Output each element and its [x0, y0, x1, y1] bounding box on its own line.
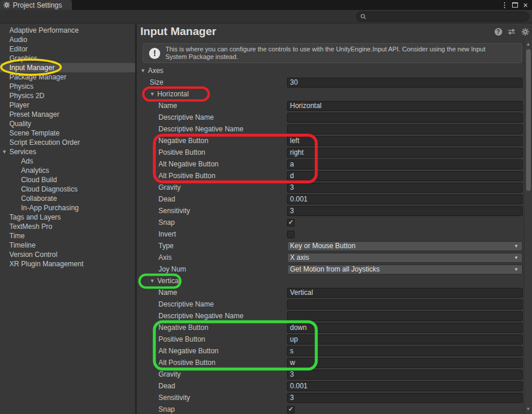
text-field-horizontal-name[interactable]: Horizontal	[287, 101, 523, 111]
setting-label: Name	[158, 288, 287, 297]
vertical-scrollbar[interactable]: ▲ ▼	[524, 39, 532, 414]
sidebar-item-physics-2d[interactable]: Physics 2D	[0, 91, 135, 100]
gear-icon[interactable]	[521, 27, 529, 36]
text-field-horizontal-descriptive-name[interactable]	[287, 113, 523, 123]
sidebar-item-timeline[interactable]: Timeline	[0, 241, 135, 250]
text-field-vertical-positive-button[interactable]: up	[287, 335, 523, 345]
maximize-icon[interactable]	[512, 2, 518, 8]
sidebar-item-xr-plugin-management[interactable]: XR Plugin Management	[0, 259, 135, 269]
sidebar-item-audio[interactable]: Audio	[0, 35, 135, 44]
setting-label: Dead	[158, 195, 287, 203]
preset-icon[interactable]	[507, 27, 516, 36]
sidebar-item-analytics[interactable]: Analytics	[0, 166, 135, 175]
text-field-axes-size[interactable]: 30	[287, 78, 523, 88]
foldout-arrow-icon[interactable]: ▼	[150, 92, 155, 97]
scrollbar-thumb[interactable]	[526, 49, 531, 191]
window-menu-icon[interactable]	[502, 1, 507, 9]
setting-label: Size	[150, 78, 287, 86]
text-field-horizontal-dead[interactable]: 0.001	[287, 194, 523, 204]
sidebar-item-tags-and-layers[interactable]: Tags and Layers	[0, 213, 135, 222]
sidebar-item-label: Timeline	[9, 241, 36, 250]
text-field-vertical-descriptive-name[interactable]	[287, 300, 523, 309]
sidebar-item-physics[interactable]: Physics	[0, 82, 135, 91]
sidebar-item-collaborate[interactable]: Collaborate	[0, 194, 135, 203]
scroll-up-icon[interactable]: ▲	[524, 40, 532, 48]
text-field-vertical-dead[interactable]: 0.001	[287, 381, 523, 391]
checkbox-horizontal-snap[interactable]: ✓	[287, 219, 295, 227]
sidebar-item-cloud-diagnostics[interactable]: Cloud Diagnostics	[0, 185, 135, 194]
info-box: ! This is where you can configure the co…	[143, 43, 522, 63]
setting-label: Alt Positive Button	[158, 359, 287, 367]
sidebar-item-preset-manager[interactable]: Preset Manager	[0, 110, 135, 119]
close-icon[interactable]: ×	[523, 2, 528, 8]
sidebar-item-label: Collaborate	[21, 194, 57, 203]
sidebar-item-label: Script Execution Order	[9, 138, 80, 147]
text-field-vertical-gravity[interactable]: 3	[287, 370, 523, 380]
dropdown-horizontal-joy-num[interactable]: Get Motion from all Joysticks▼	[287, 265, 523, 274]
sidebar-item-label: TextMesh Pro	[9, 222, 52, 231]
sidebar-item-script-execution-order[interactable]: Script Execution Order	[0, 138, 135, 147]
sidebar-item-textmesh-pro[interactable]: TextMesh Pro	[0, 222, 135, 231]
text-field-horizontal-alt-positive-button[interactable]: d	[287, 171, 523, 181]
setting-label-text: Dead	[158, 382, 175, 390]
checkbox-horizontal-invert[interactable]: ✓	[287, 231, 295, 238]
setting-row-vertical-positive-button: Positive Buttonup	[137, 333, 532, 345]
text-field-vertical-alt-negative-button[interactable]: s	[287, 346, 523, 356]
search-input[interactable]	[369, 13, 525, 20]
setting-label-text: Positive Button	[158, 148, 205, 156]
text-field-vertical-sensitivity[interactable]: 3	[287, 393, 523, 403]
text-field-horizontal-gravity[interactable]: 3	[287, 183, 523, 193]
text-field-vertical-negative-button[interactable]: down	[287, 323, 523, 333]
search-box[interactable]	[356, 12, 529, 22]
sidebar-item-quality[interactable]: Quality	[0, 119, 135, 128]
text-field-horizontal-alt-negative-button[interactable]: a	[287, 159, 523, 169]
setting-label: Descriptive Name	[158, 113, 287, 121]
checkbox-vertical-snap[interactable]: ✓	[287, 406, 295, 413]
sidebar-item-graphics[interactable]: Graphics	[0, 54, 135, 63]
sidebar-item-in-app-purchasing[interactable]: In-App Purchasing	[0, 203, 135, 213]
sidebar-item-editor[interactable]: Editor	[0, 44, 135, 54]
text-field-vertical-alt-positive-button[interactable]: w	[287, 358, 523, 368]
sidebar-item-cloud-build[interactable]: Cloud Build	[0, 175, 135, 185]
foldout-arrow-icon[interactable]: ▼	[140, 68, 146, 74]
setting-row-axes: ▼Axes	[137, 65, 532, 76]
setting-label-text: Axis	[158, 253, 172, 262]
sidebar-item-adaptive-performance[interactable]: Adaptive Performance	[0, 26, 135, 35]
text-field-horizontal-sensitivity[interactable]: 3	[287, 206, 523, 216]
sidebar-item-services[interactable]: ▼Services	[0, 147, 135, 156]
sidebar-item-time[interactable]: Time	[0, 231, 135, 241]
setting-label-text: Sensitivity	[158, 207, 190, 215]
dropdown-value: X axis	[290, 253, 309, 262]
text-field-horizontal-descriptive-negative-name[interactable]	[287, 124, 523, 134]
setting-label[interactable]: ▼Horizontal	[150, 90, 287, 98]
dropdown-horizontal-type[interactable]: Key or Mouse Button▼	[287, 241, 523, 251]
sidebar-item-label: Editor	[9, 44, 27, 54]
setting-label[interactable]: ▼Axes	[140, 67, 287, 75]
text-field-vertical-descriptive-negative-name[interactable]	[287, 311, 523, 321]
scroll-down-icon[interactable]: ▼	[524, 405, 532, 413]
sidebar-item-package-manager[interactable]: Package Manager	[0, 72, 135, 82]
sidebar-item-label: Package Manager	[9, 72, 66, 82]
setting-label[interactable]: ▼Vertical	[150, 277, 287, 285]
setting-value: Key or Mouse Button▼	[287, 241, 523, 251]
help-icon[interactable]: ?	[494, 27, 502, 36]
setting-label-text: Invert	[158, 230, 176, 238]
setting-row-axes-size: Size30	[137, 76, 532, 88]
dropdown-horizontal-axis[interactable]: X axis▼	[287, 253, 523, 263]
sidebar-item-version-control[interactable]: Version Control	[0, 250, 135, 259]
window-tab[interactable]: Project Settings	[0, 0, 72, 10]
sidebar-item-scene-template[interactable]: Scene Template	[0, 128, 135, 138]
setting-label: Snap	[158, 405, 287, 413]
text-field-vertical-name[interactable]: Vertical	[287, 288, 523, 298]
foldout-arrow-icon[interactable]: ▼	[150, 279, 155, 284]
text-field-horizontal-negative-button[interactable]: left	[287, 136, 523, 146]
sidebar-item-input-manager[interactable]: Input Manager	[0, 63, 135, 72]
text-field-horizontal-positive-button[interactable]: right	[287, 148, 523, 158]
setting-label-text: Positive Button	[158, 335, 205, 343]
sidebar-item-label: Quality	[9, 119, 31, 128]
setting-label: Invert	[158, 230, 287, 238]
setting-value: w	[287, 358, 523, 368]
foldout-arrow-icon[interactable]: ▼	[2, 149, 7, 155]
sidebar-item-player[interactable]: Player	[0, 100, 135, 110]
sidebar-item-ads[interactable]: Ads	[0, 156, 135, 166]
